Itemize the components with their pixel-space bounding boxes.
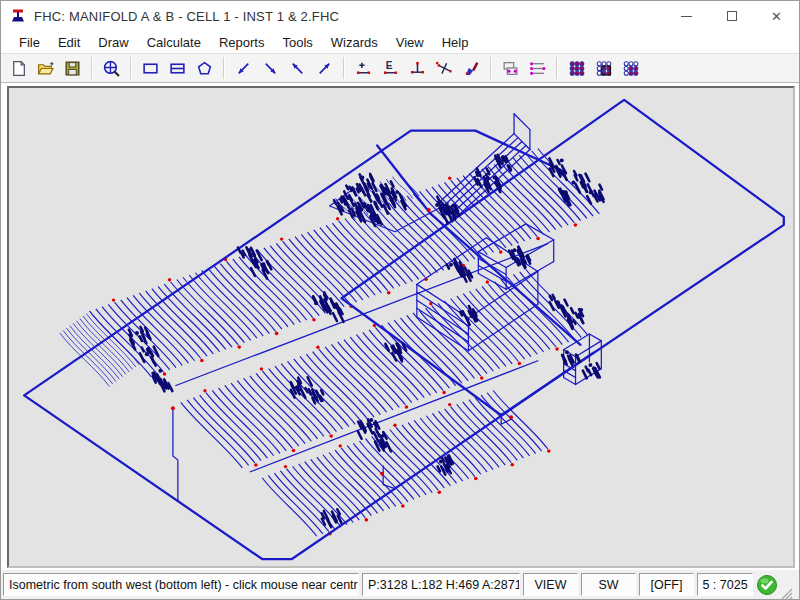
heads-mixed-icon: [622, 60, 639, 77]
add-pipe-icon: [355, 60, 372, 77]
status-toggle-button[interactable]: [OFF]: [639, 573, 694, 596]
heads-mixed-button[interactable]: [617, 56, 644, 81]
status-message: Isometric from south west (bottom left) …: [3, 573, 359, 596]
maximize-icon: [727, 11, 737, 21]
close-button[interactable]: ✕: [754, 1, 799, 31]
rectangle-tool-icon: [142, 60, 159, 77]
paste-range-icon: [529, 60, 546, 77]
status-view-direction-button[interactable]: SW: [581, 573, 636, 596]
menu-draw[interactable]: Draw: [89, 33, 137, 52]
maximize-button[interactable]: [709, 1, 754, 31]
menu-view[interactable]: View: [387, 33, 433, 52]
menu-calculate[interactable]: Calculate: [138, 33, 210, 52]
toolbar-separator: [556, 57, 558, 79]
drawing-canvas[interactable]: [7, 86, 795, 568]
arrow-nw-button[interactable]: [284, 56, 311, 81]
open-file-icon: [37, 60, 54, 77]
paste-range-button[interactable]: [524, 56, 551, 81]
status-zoom-ratio: 5 : 7025: [697, 573, 753, 596]
app-window: FHC: MANIFOLD A & B - CELL 1 - INST 1 & …: [0, 0, 800, 600]
split-rectangle-tool-button[interactable]: [164, 56, 191, 81]
heads-all-button[interactable]: [563, 56, 590, 81]
menu-file[interactable]: File: [10, 33, 49, 52]
zoom-pan-icon: [103, 60, 120, 77]
pen-tool-button[interactable]: [458, 56, 485, 81]
open-file-button[interactable]: [32, 56, 59, 81]
save-file-button[interactable]: [59, 56, 86, 81]
window-title: FHC: MANIFOLD A & B - CELL 1 - INST 1 & …: [34, 9, 339, 24]
arrow-se-icon: [262, 60, 279, 77]
delete-pipe-button[interactable]: [431, 56, 458, 81]
new-file-icon: [10, 60, 27, 77]
svg-text:E: E: [386, 60, 393, 71]
green-check-icon: [756, 574, 778, 596]
toolbar-separator: [223, 57, 225, 79]
toolbar-separator: [91, 57, 93, 79]
copy-range-icon: [502, 60, 519, 77]
menu-wizards[interactable]: Wizards: [322, 33, 387, 52]
split-rectangle-tool-icon: [169, 60, 186, 77]
close-icon: ✕: [771, 10, 782, 23]
elevation-pipe-icon: E: [382, 60, 399, 77]
menu-bar: FileEditDrawCalculateReportsToolsWizards…: [1, 31, 799, 53]
toolbar-separator: [490, 57, 492, 79]
status-mode-button[interactable]: VIEW: [523, 573, 578, 596]
save-file-icon: [64, 60, 81, 77]
arrow-nw-icon: [289, 60, 306, 77]
arrow-sw-icon: [235, 60, 252, 77]
polygon-tool-button[interactable]: [191, 56, 218, 81]
elevation-pipe-button[interactable]: E: [377, 56, 404, 81]
add-pipe-button[interactable]: [350, 56, 377, 81]
arrow-se-button[interactable]: [257, 56, 284, 81]
copy-range-button[interactable]: [497, 56, 524, 81]
delete-pipe-icon: [436, 60, 453, 77]
resize-grip[interactable]: [781, 577, 794, 599]
heads-select-button[interactable]: [590, 56, 617, 81]
arrow-ne-icon: [316, 60, 333, 77]
toolbar-separator: [343, 57, 345, 79]
polygon-tool-icon: [196, 60, 213, 77]
toolbar: E: [1, 53, 799, 83]
pen-tool-icon: [463, 60, 480, 77]
window-controls: ✕: [664, 1, 799, 31]
arrow-sw-button[interactable]: [230, 56, 257, 81]
title-bar[interactable]: FHC: MANIFOLD A & B - CELL 1 - INST 1 & …: [1, 1, 799, 31]
status-dimensions: P:3128 L:182 H:469 A:2871.7m2: [362, 573, 520, 596]
toolbar-separator: [130, 57, 132, 79]
minimize-icon: [681, 16, 692, 17]
menu-edit[interactable]: Edit: [49, 33, 89, 52]
heads-all-icon: [568, 60, 585, 77]
status-bar: Isometric from south west (bottom left) …: [1, 570, 799, 599]
rectangle-tool-button[interactable]: [137, 56, 164, 81]
tee-pipe-icon: [409, 60, 426, 77]
minimize-button[interactable]: [664, 1, 709, 31]
drawing-svg[interactable]: [9, 88, 793, 566]
arrow-ne-button[interactable]: [311, 56, 338, 81]
tee-pipe-button[interactable]: [404, 56, 431, 81]
heads-select-icon: [595, 60, 612, 77]
menu-help[interactable]: Help: [433, 33, 478, 52]
app-sprinkler-icon: [10, 8, 26, 24]
zoom-pan-button[interactable]: [98, 56, 125, 81]
menu-reports[interactable]: Reports: [210, 33, 274, 52]
new-file-button[interactable]: [5, 56, 32, 81]
menu-tools[interactable]: Tools: [273, 33, 321, 52]
